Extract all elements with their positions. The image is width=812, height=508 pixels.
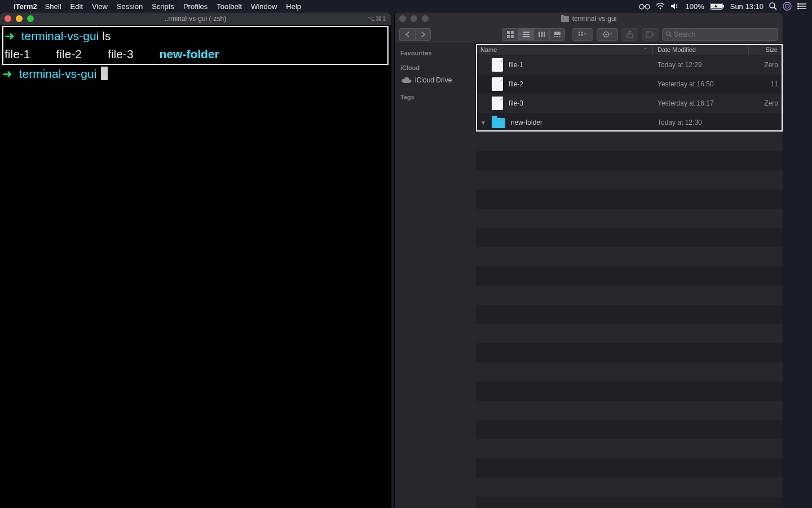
file-size: Zero: [749, 61, 783, 69]
forward-button[interactable]: [415, 28, 431, 41]
view-icons-button[interactable]: [502, 28, 518, 41]
column-size[interactable]: Size: [749, 44, 783, 55]
svg-rect-19: [511, 35, 514, 38]
table-row[interactable]: ▼file-3Yesterday at 16:17Zero: [476, 94, 783, 113]
glasses-icon[interactable]: [639, 3, 650, 10]
svg-point-2: [660, 8, 661, 10]
svg-point-15: [797, 8, 799, 10]
file-date: Today at 12:30: [653, 119, 749, 126]
prompt-arrow: ➜: [5, 29, 15, 42]
empty-row: [476, 286, 783, 305]
svg-rect-30: [579, 32, 580, 33]
terminal-titlebar[interactable]: ..rminal-vs-gui (-zsh) ⌥⌘1: [0, 12, 391, 25]
ls-item: file-3: [108, 45, 134, 63]
table-row[interactable]: ▼file-2Yesterday at 16:5011: [476, 75, 783, 94]
file-icon: [492, 58, 503, 72]
svg-point-1: [645, 5, 650, 9]
file-name: file-2: [509, 80, 523, 88]
svg-rect-27: [554, 36, 555, 37]
view-columns-button[interactable]: [533, 28, 549, 41]
file-date: Yesterday at 16:17: [653, 99, 749, 107]
back-button[interactable]: [399, 28, 415, 41]
group-by-button[interactable]: [572, 28, 593, 41]
finder-toolbar: [395, 25, 783, 44]
empty-row: [476, 458, 783, 478]
view-list-button[interactable]: [518, 28, 533, 41]
command-text: ls: [102, 29, 111, 42]
folder-icon: [561, 16, 569, 22]
column-date[interactable]: Date Modified: [653, 44, 749, 55]
battery-icon[interactable]: [710, 3, 725, 10]
prompt-arrow: ➜: [2, 67, 12, 80]
empty-row: [476, 420, 783, 439]
menu-toolbelt[interactable]: Toolbelt: [217, 2, 242, 11]
view-gallery-button[interactable]: [549, 28, 565, 41]
sidebar-favourites-label: Favourites: [400, 50, 470, 56]
svg-point-35: [605, 33, 607, 35]
finder-title: terminal-vs-gui: [395, 15, 783, 23]
wifi-icon[interactable]: [656, 3, 665, 10]
menubar: iTerm2 ShellEditViewSessionScriptsProfil…: [0, 0, 812, 12]
tags-button[interactable]: [642, 28, 659, 41]
svg-point-37: [647, 32, 648, 33]
svg-rect-26: [554, 32, 561, 35]
svg-rect-28: [557, 36, 558, 37]
list-header: Name⌃ Date Modified Size: [476, 44, 783, 55]
svg-rect-5: [723, 5, 724, 8]
sidebar-item-icloud-drive[interactable]: iCloud Drive: [400, 75, 470, 86]
volume-icon[interactable]: [670, 3, 679, 10]
empty-row: [476, 151, 783, 170]
prompt-line-2: ➜ terminal-vs-gui: [2, 65, 389, 83]
svg-point-14: [797, 6, 799, 7]
svg-rect-25: [544, 32, 545, 37]
svg-rect-17: [511, 31, 514, 34]
table-row[interactable]: ▼new-folderToday at 12:30: [476, 113, 783, 132]
notification-center-icon[interactable]: [797, 3, 806, 10]
svg-point-8: [783, 2, 791, 10]
file-name: file-3: [509, 99, 523, 107]
menu-help[interactable]: Help: [286, 2, 301, 11]
search-input[interactable]: [674, 30, 774, 38]
svg-point-13: [797, 3, 799, 5]
search-field[interactable]: [662, 28, 778, 41]
sidebar-tags-label: Tags: [400, 94, 470, 100]
empty-row: [476, 190, 783, 209]
file-name: file-1: [509, 61, 523, 69]
column-name[interactable]: Name⌃: [476, 44, 653, 55]
table-row[interactable]: ▼file-1Today at 12:29Zero: [476, 55, 783, 75]
menu-edit[interactable]: Edit: [70, 2, 83, 11]
spotlight-icon[interactable]: [769, 2, 777, 10]
svg-rect-31: [579, 34, 580, 36]
finder-titlebar[interactable]: terminal-vs-gui: [395, 12, 783, 25]
file-date: Yesterday at 16:50: [653, 80, 749, 88]
empty-row: [476, 266, 783, 286]
empty-row: [476, 247, 783, 266]
menu-window[interactable]: Window: [251, 2, 277, 11]
battery-percent: 100%: [685, 2, 704, 11]
terminal-body[interactable]: ➜ terminal-vs-gui ls file-1file-2file-3n…: [0, 25, 391, 84]
svg-point-6: [770, 3, 775, 8]
file-icon: [492, 97, 503, 110]
cursor: [101, 67, 108, 80]
menu-profiles[interactable]: Profiles: [183, 2, 208, 11]
svg-point-0: [639, 5, 644, 9]
siri-icon[interactable]: [783, 2, 792, 11]
menu-scripts[interactable]: Scripts: [152, 2, 174, 11]
menu-session[interactable]: Session: [117, 2, 143, 11]
menu-shell[interactable]: Shell: [45, 2, 61, 11]
app-name[interactable]: iTerm2: [14, 2, 37, 11]
action-button[interactable]: [597, 28, 618, 41]
menu-view[interactable]: View: [92, 2, 108, 11]
empty-row: [476, 343, 783, 362]
share-button[interactable]: [621, 28, 638, 41]
empty-row: [476, 132, 783, 151]
file-size: Zero: [749, 99, 783, 107]
sort-asc-icon: ⌃: [643, 47, 648, 52]
ls-item: file-1: [5, 45, 30, 63]
svg-rect-16: [507, 31, 510, 34]
disclosure-triangle-icon[interactable]: ▼: [480, 120, 486, 126]
clock[interactable]: Sun 13:10: [730, 2, 764, 11]
empty-row: [476, 305, 783, 324]
svg-point-9: [785, 5, 789, 8]
file-size: 11: [749, 80, 783, 88]
